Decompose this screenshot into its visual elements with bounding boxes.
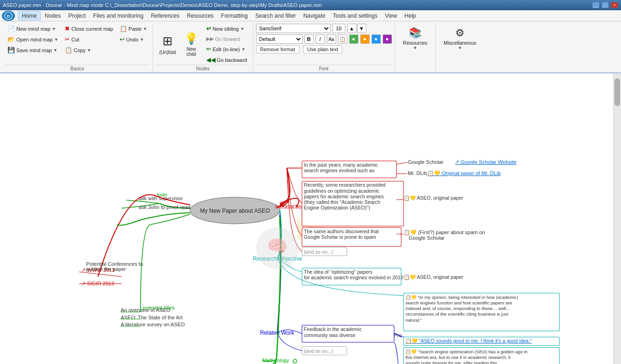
ribbon-group-basics: 📄 New mind map ▼ ✖ Close current map 📋 P… — [2, 23, 153, 72]
mindmap-svg: My New Paper about ASEO talk with superv… — [0, 74, 621, 364]
potential-titles-label[interactable]: potential titles — [143, 305, 175, 310]
svg-text:papers for academic search eng: papers for academic search engines — [304, 194, 384, 199]
copy-button[interactable]: 📋 Copy ▼ — [62, 45, 116, 55]
misc-dropdown-icon: ▼ — [458, 46, 462, 50]
svg-line-4 — [397, 162, 407, 164]
central-node-label[interactable]: My New Paper about ASEO — [200, 208, 270, 214]
close-map-button[interactable]: ✖ Close current map — [62, 24, 116, 34]
menu-nodes[interactable]: Nodes — [41, 12, 65, 20]
color3-button[interactable]: ■ — [371, 34, 381, 44]
unfold-button[interactable]: ⊞ (Un)fold — [156, 29, 179, 59]
svg-text:sounds quite strange for me. A: sounds quite strange for me. After readi… — [405, 360, 497, 364]
edit-inline-button[interactable]: ✏ Edit (in-line) ▼ — [203, 44, 250, 54]
maximize-button[interactable]: □ — [601, 2, 609, 8]
menu-references[interactable]: References — [147, 12, 183, 20]
new-sibling-button[interactable]: ↵ New sibling ▼ — [203, 24, 250, 34]
mrdlib-node[interactable]: Mr. DLib — [408, 170, 427, 176]
svg-text:indexed and, of course, respon: indexed and, of course, responding to th… — [405, 306, 511, 311]
menu-resources[interactable]: Resources — [183, 12, 217, 20]
app-icon[interactable]: D — [2, 11, 15, 21]
color4-button[interactable]: ■ — [383, 34, 392, 44]
sigir2013-node[interactable]: ↗ SIGIR 2013 — [81, 281, 114, 286]
text-style-button[interactable]: Aa — [327, 34, 336, 44]
go-backward-button[interactable]: ◀◀ Go backward — [203, 55, 250, 65]
new-child-button[interactable]: 💡 Newchild — [181, 29, 202, 59]
go-forward-button[interactable]: ▶▶ Go forward — [203, 34, 250, 43]
google-scholar-node[interactable]: Google Scholar — [408, 159, 444, 165]
color1-button[interactable]: ■ — [349, 34, 358, 44]
undo-icon: ↩ — [120, 36, 125, 43]
close-map-icon: ✖ — [65, 25, 70, 32]
menu-files[interactable]: Files and monitoring — [89, 12, 147, 20]
font-size-input[interactable] — [332, 24, 345, 33]
font-size-down-button[interactable]: ▼ — [357, 24, 366, 33]
svg-text:this internet era, but to use : this internet era, but to use it in acad… — [405, 355, 511, 360]
miscellaneous-button[interactable]: ⚙ Miscellaneous ▼ — [439, 24, 481, 54]
conferences-label2: publish the paper — [86, 266, 126, 272]
close-button[interactable]: × — [611, 2, 618, 8]
svg-text:📋💛 ASEO, original paper: 📋💛 ASEO, original paper — [404, 195, 464, 201]
font-copy-button[interactable]: 📋 — [338, 34, 347, 44]
italic-button[interactable]: I — [316, 34, 325, 44]
svg-text:{and so on...}: {and so on...} — [304, 348, 333, 354]
related-work-label[interactable]: Related Work — [260, 330, 294, 336]
canvas[interactable]: 🔒 My New Paper about ASEO talk with supe… — [0, 73, 621, 364]
undo-button[interactable]: ↩ Undo ▼ — [117, 34, 150, 44]
menu-formatting[interactable]: Formatting — [217, 12, 251, 20]
font-style-select[interactable]: Default Bold Italic — [256, 34, 303, 44]
use-plain-text-button[interactable]: Use plain text — [303, 45, 343, 54]
font-name-select[interactable]: SansSerif Arial Times New Roman — [256, 24, 331, 33]
basics-label: Basics — [5, 65, 150, 72]
resources-dropdown-icon: ▼ — [413, 46, 417, 50]
menu-project[interactable]: Project — [65, 12, 89, 20]
paste-dropdown-icon: ▼ — [143, 27, 147, 31]
font-size-up-button[interactable]: ▲ — [347, 24, 357, 33]
svg-text:natural.": natural." — [405, 317, 422, 323]
menu-search[interactable]: Search and filter — [251, 12, 299, 20]
svg-text:The same authors discovered th: The same authors discovered that — [304, 229, 379, 234]
menu-view[interactable]: View — [381, 12, 401, 20]
gs-website-link[interactable]: ↗ Google Scholar Website — [455, 159, 516, 165]
menu-home[interactable]: Home — [18, 11, 41, 20]
svg-text:D: D — [7, 13, 10, 18]
undo-dropdown-icon: ▼ — [140, 37, 144, 42]
nodes-label: Nodes — [156, 65, 250, 72]
svg-text:Feedback in the academic: Feedback in the academic — [304, 326, 362, 332]
ribbon-group-nodes: ⊞ (Un)fold 💡 Newchild ↵ New sibling ▼ ▶▶ — [153, 23, 253, 72]
minimize-button[interactable]: _ — [592, 2, 600, 8]
scroll-thumb[interactable] — [614, 78, 620, 106]
bold-button[interactable]: B — [304, 34, 314, 44]
menubar: D Home Nodes Project Files and monitorin… — [0, 10, 621, 21]
past-years-text1: In the past years, many academic — [304, 162, 378, 168]
cut-button[interactable]: ✂ Cut — [62, 34, 116, 44]
past-years-text2: search engines evolved such as — [304, 168, 374, 173]
resources-button[interactable]: 📚 Resources ▼ — [398, 24, 433, 54]
menu-navigate[interactable]: Navigate — [300, 12, 329, 20]
mrdlib-link[interactable]: 📋💛 Original paper of Mr. DLib — [427, 170, 501, 176]
open-dropdown-icon: ▼ — [54, 37, 58, 42]
titlebar: ASEO paper.mm - Docear - Mind map mode C… — [0, 0, 621, 10]
misc-icon: ⚙ — [455, 27, 465, 39]
vertical-scrollbar[interactable] — [614, 74, 621, 364]
remove-format-button[interactable]: Remove format — [256, 45, 299, 54]
paste-button[interactable]: 📋 Paste ▼ — [117, 24, 150, 34]
svg-text:📋💛 "ASEO sounds good to me. : 📋💛 "ASEO sounds good to me. I think it's… — [405, 338, 532, 344]
menu-tools[interactable]: Tools and settings — [329, 12, 381, 20]
save-mindmap-button[interactable]: 💾 Save mind map ▼ — [5, 45, 61, 55]
cut-icon: ✂ — [65, 36, 70, 43]
introduction-label[interactable]: Introduction — [275, 203, 305, 210]
color2-button[interactable]: ■ — [360, 34, 370, 44]
svg-text:{and so on...}: {and so on...} — [304, 249, 333, 255]
new-mindmap-button[interactable]: 📄 New mind map ▼ — [5, 24, 61, 34]
new-child-icon: 💡 — [184, 32, 198, 45]
svg-text:The idea of "optimizing" paper: The idea of "optimizing" papers — [304, 269, 372, 275]
ribbon: 📄 New mind map ▼ ✖ Close current map 📋 P… — [0, 21, 621, 73]
svg-text:circumstances of the scientifi: circumstances of the scientific citing b… — [405, 311, 508, 317]
resources-icon: 📚 — [409, 27, 421, 39]
svg-text:community was diverse: community was diverse — [304, 332, 356, 338]
open-mindmap-button[interactable]: 📂 Open mind map ▼ — [5, 34, 61, 44]
ask-john-node[interactable]: ask John to proof-read — [139, 204, 190, 210]
menu-help[interactable]: Help — [401, 12, 420, 20]
go-backward-icon: ◀◀ — [206, 56, 216, 63]
save-dropdown-icon: ▼ — [53, 48, 57, 53]
